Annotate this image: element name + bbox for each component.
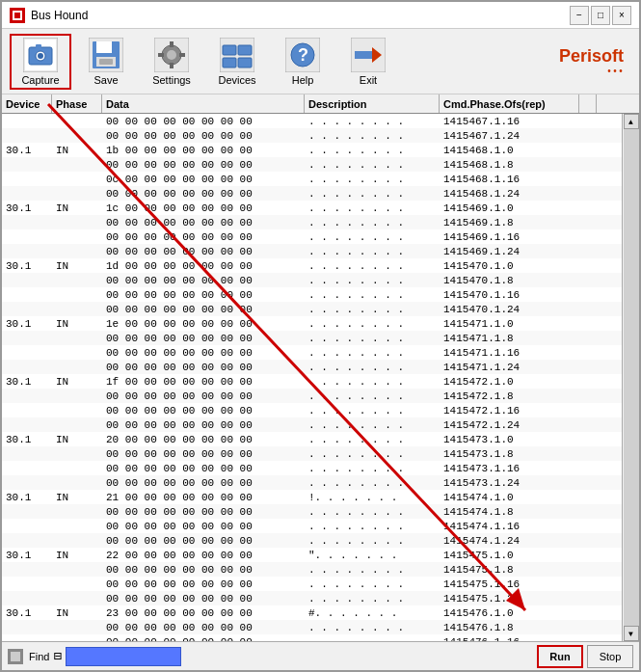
table-row[interactable]: 30.1 IN 1c 00 00 00 00 00 00 00 . . . . … xyxy=(2,201,622,215)
table-row[interactable]: 00 00 00 00 00 00 00 00 . . . . . . . . … xyxy=(2,475,622,490)
cell-device xyxy=(2,591,52,605)
table-row[interactable]: 30.1 IN 1e 00 00 00 00 00 00 00 . . . . … xyxy=(2,316,622,331)
col-cmd: Cmd.Phase.Ofs(rep) xyxy=(440,94,579,113)
cell-device xyxy=(2,417,52,432)
cell-phase: IN xyxy=(52,316,102,331)
cell-phase xyxy=(52,389,102,403)
svg-rect-20 xyxy=(179,53,185,57)
close-button[interactable]: × xyxy=(612,6,631,25)
window-title: Bus Hound xyxy=(31,9,88,22)
table-row[interactable]: 00 00 00 00 00 00 00 00 . . . . . . . . … xyxy=(2,331,622,345)
cell-cmd: 1415469.1.16 xyxy=(440,229,579,244)
table-row[interactable]: 30.1 IN 20 00 00 00 00 00 00 00 . . . . … xyxy=(2,432,622,446)
cell-phase: IN xyxy=(52,201,102,215)
table-row[interactable]: 00 00 00 00 00 00 00 00 . . . . . . . . … xyxy=(2,533,622,548)
cell-phase xyxy=(52,620,102,634)
title-bar: Bus Hound − □ × xyxy=(2,2,639,29)
table-row[interactable]: 00 00 00 00 00 00 00 00 . . . . . . . . … xyxy=(2,403,622,417)
table-row[interactable]: 00 00 00 00 00 00 00 00 . . . . . . . . … xyxy=(2,287,622,302)
scroll-up[interactable]: ▲ xyxy=(624,114,639,129)
table-row[interactable]: 00 00 00 00 00 00 00 00 . . . . . . . . … xyxy=(2,504,622,519)
cell-cmd: 1415467.1.16 xyxy=(440,114,579,128)
table-row[interactable]: 00 00 00 00 00 00 00 00 . . . . . . . . … xyxy=(2,417,622,432)
table-row[interactable]: 30.1 IN 1d 00 00 00 00 00 00 00 . . . . … xyxy=(2,258,622,273)
cell-desc: . . . . . . . . xyxy=(305,417,440,432)
table-row[interactable]: 00 00 00 00 00 00 00 00 . . . . . . . . … xyxy=(2,519,622,533)
table-row[interactable]: 00 00 00 00 00 00 00 00 . . . . . . . . … xyxy=(2,389,622,403)
cell-phase xyxy=(52,446,102,461)
table-row[interactable]: 30.1 IN 1f 00 00 00 00 00 00 00 . . . . … xyxy=(2,374,622,389)
svg-rect-30 xyxy=(355,51,372,59)
table-row[interactable]: 00 00 00 00 00 00 00 00 . . . . . . . . … xyxy=(2,591,622,605)
table-row[interactable]: 00 00 00 00 00 00 00 00 . . . . . . . . … xyxy=(2,461,622,475)
capture-icon xyxy=(23,38,58,72)
cell-desc: . . . . . . . . xyxy=(305,244,440,258)
cell-phase xyxy=(52,186,102,201)
table-row[interactable]: 00 00 00 00 00 00 00 00 . . . . . . . . … xyxy=(2,229,622,244)
cell-data: 21 00 00 00 00 00 00 00 xyxy=(102,490,305,504)
devices-button[interactable]: Devices xyxy=(206,34,268,90)
cell-device xyxy=(2,577,52,591)
cell-data: 00 00 00 00 00 00 00 00 xyxy=(102,331,305,345)
scroll-down[interactable]: ▼ xyxy=(624,626,639,641)
find-stepper[interactable]: ⊟ xyxy=(53,648,61,664)
cell-phase xyxy=(52,403,102,417)
find-input[interactable] xyxy=(66,647,181,666)
table-row[interactable]: 00 00 00 00 00 00 00 00 . . . . . . . . … xyxy=(2,215,622,229)
cell-cmd: 1415476.1.0 xyxy=(440,605,579,620)
scrollbar[interactable]: ▲ ▼ xyxy=(622,114,639,641)
cell-phase xyxy=(52,114,102,128)
cell-device xyxy=(2,519,52,533)
capture-button[interactable]: Capture xyxy=(10,34,71,90)
cell-desc: . . . . . . . . xyxy=(305,302,440,316)
cell-phase xyxy=(52,229,102,244)
table-row[interactable]: 00 00 00 00 00 00 00 00 . . . . . . . . … xyxy=(2,114,622,128)
table-row[interactable]: 00 00 00 00 00 00 00 00 . . . . . . . . … xyxy=(2,562,622,577)
exit-button[interactable]: Exit xyxy=(337,34,399,90)
settings-button[interactable]: Settings xyxy=(141,34,202,90)
table-row[interactable]: 00 00 00 00 00 00 00 00 . . . . . . . . … xyxy=(2,273,622,287)
cell-desc: #. . . . . . . xyxy=(305,605,440,620)
table-row[interactable]: 00 00 00 00 00 00 00 00 . . . . . . . . … xyxy=(2,446,622,461)
table-row[interactable]: 00 00 00 00 00 00 00 00 . . . . . . . . … xyxy=(2,634,622,641)
cell-cmd: 1415469.1.0 xyxy=(440,201,579,215)
cell-cmd: 1415474.1.16 xyxy=(440,519,579,533)
table-row[interactable]: 00 00 00 00 00 00 00 00 . . . . . . . . … xyxy=(2,128,622,143)
table-row[interactable]: 00 00 00 00 00 00 00 00 . . . . . . . . … xyxy=(2,302,622,316)
cell-desc: . . . . . . . . xyxy=(305,258,440,273)
cell-desc: . . . . . . . . xyxy=(305,519,440,533)
stop-button[interactable]: Stop xyxy=(587,645,633,668)
cell-device xyxy=(2,446,52,461)
table-row[interactable]: 30.1 IN 21 00 00 00 00 00 00 00 !. . . .… xyxy=(2,490,622,504)
maximize-button[interactable]: □ xyxy=(591,6,610,25)
table-row[interactable]: 30.1 IN 1b 00 00 00 00 00 00 00 . . . . … xyxy=(2,143,622,157)
cell-desc: . . . . . . . . xyxy=(305,562,440,577)
table-row[interactable]: 0c 00 00 00 00 00 00 00 . . . . . . . . … xyxy=(2,172,622,186)
table-row[interactable]: 00 00 00 00 00 00 00 00 . . . . . . . . … xyxy=(2,577,622,591)
cell-data: 23 00 00 00 00 00 00 00 xyxy=(102,605,305,620)
cell-cmd: 1415469.1.24 xyxy=(440,244,579,258)
cell-data: 0c 00 00 00 00 00 00 00 xyxy=(102,172,305,186)
svg-rect-11 xyxy=(96,41,112,53)
cell-device xyxy=(2,229,52,244)
table-row[interactable]: 00 00 00 00 00 00 00 00 . . . . . . . . … xyxy=(2,186,622,201)
minimize-button[interactable]: − xyxy=(570,6,589,25)
table-row[interactable]: 30.1 IN 22 00 00 00 00 00 00 00 ". . . .… xyxy=(2,548,622,562)
table-row[interactable]: 00 00 00 00 00 00 00 00 . . . . . . . . … xyxy=(2,157,622,172)
cell-data: 00 00 00 00 00 00 00 00 xyxy=(102,634,305,641)
cell-cmd: 1415470.1.16 xyxy=(440,287,579,302)
table-row[interactable]: 00 00 00 00 00 00 00 00 . . . . . . . . … xyxy=(2,244,622,258)
scroll-track[interactable] xyxy=(624,129,639,626)
table-row[interactable]: 00 00 00 00 00 00 00 00 . . . . . . . . … xyxy=(2,360,622,374)
table-row[interactable]: 00 00 00 00 00 00 00 00 . . . . . . . . … xyxy=(2,345,622,360)
perisoft-dots: ••• xyxy=(559,67,624,77)
cell-desc: . . . . . . . . xyxy=(305,229,440,244)
save-button[interactable]: Save xyxy=(75,34,137,90)
run-button[interactable]: Run xyxy=(537,645,583,668)
cell-cmd: 1415467.1.24 xyxy=(440,128,579,143)
table-row[interactable]: 00 00 00 00 00 00 00 00 . . . . . . . . … xyxy=(2,620,622,634)
svg-rect-13 xyxy=(99,59,113,65)
table-row[interactable]: 30.1 IN 23 00 00 00 00 00 00 00 #. . . .… xyxy=(2,605,622,620)
cell-device xyxy=(2,533,52,548)
help-button[interactable]: ? Help xyxy=(272,34,334,90)
